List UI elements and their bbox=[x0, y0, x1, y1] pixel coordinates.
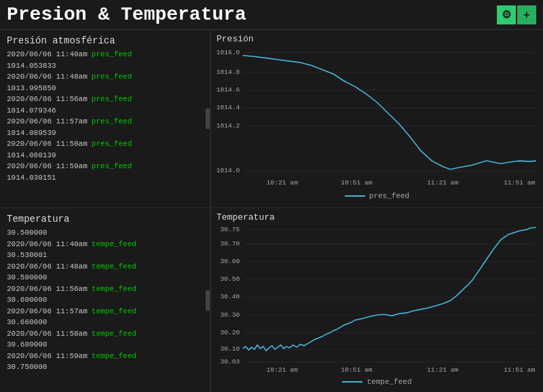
temperature-list-item: 2020/06/06 11:58am tempe_feed 30.680000 bbox=[7, 328, 203, 351]
temperature-list-item: 2020/06/06 11:59am tempe_feed 30.750000 bbox=[7, 351, 203, 373]
temperature-list-item: 2020/06/06 11:56am tempe_feed 30.600000 bbox=[7, 283, 203, 306]
pressure-list-item: 2020/06/06 11:58am pres_feed 1014.080139 bbox=[7, 138, 203, 161]
feed-date: 2020/06/06 11:59am bbox=[7, 351, 88, 362]
header-buttons: ⚙ + bbox=[497, 5, 536, 24]
feed-value: 1013.995850 bbox=[7, 83, 203, 94]
feed-value: 30.660000 bbox=[7, 317, 203, 328]
temperature-chart: 30.75 30.70 30.60 30.50 30.40 30.30 30.2… bbox=[217, 224, 538, 374]
main-content: Presión atmosférica 2020/06/06 11:40am p… bbox=[0, 30, 543, 388]
pressure-list-item: 2020/06/06 11:48am pres_feed 1013.995850 bbox=[7, 71, 203, 94]
feed-value: 30.680000 bbox=[7, 339, 203, 351]
feed-date: 2020/06/06 11:56am bbox=[7, 283, 88, 295]
add-button[interactable]: + bbox=[517, 5, 536, 24]
feed-date: 2020/06/06 11:56am bbox=[7, 94, 88, 105]
pressure-legend-label: pres_feed bbox=[369, 192, 409, 200]
temperature-chart-title: Temperatura bbox=[217, 212, 538, 222]
svg-text:1016.0: 1016.0 bbox=[217, 49, 240, 56]
svg-text:30.75: 30.75 bbox=[220, 226, 240, 233]
temperature-legend-line bbox=[342, 381, 362, 383]
feed-value: 1014.053833 bbox=[7, 60, 203, 72]
svg-text:1014.6: 1014.6 bbox=[217, 86, 240, 94]
pressure-chart-legend: pres_feed bbox=[217, 192, 538, 200]
svg-text:11:21 am: 11:21 am bbox=[427, 366, 459, 374]
feed-tag: tempe_feed bbox=[92, 351, 136, 362]
pressure-feed-list: 2020/06/06 11:40am pres_feed 1014.053833… bbox=[7, 49, 203, 183]
feed-date: 2020/06/06 11:48am bbox=[7, 261, 88, 273]
feed-value: 1014.080139 bbox=[7, 150, 203, 161]
feed-date: 2020/06/06 11:48am bbox=[7, 71, 88, 83]
temperature-chart-panel: Temperatura 30.75 30.70 30.60 30.50 30.4… bbox=[210, 208, 543, 392]
pressure-list-panel: Presión atmosférica 2020/06/06 11:40am p… bbox=[0, 30, 210, 208]
feed-date: 2020/06/06 11:57am bbox=[7, 116, 88, 128]
feed-value: 1014.079346 bbox=[7, 105, 203, 117]
temperature-list-item: 2020/06/06 11:40am tempe_feed 30.530001 bbox=[7, 239, 203, 261]
feed-value: 30.580000 bbox=[7, 272, 203, 283]
feed-value: 30.500000 bbox=[7, 227, 203, 239]
svg-text:30.60: 30.60 bbox=[220, 258, 240, 265]
feed-value: 30.600000 bbox=[7, 294, 203, 306]
feed-tag: tempe_feed bbox=[92, 283, 136, 295]
pressure-list-title: Presión atmosférica bbox=[7, 35, 203, 46]
temperature-chart-legend: tempe_feed bbox=[217, 378, 538, 386]
pressure-scrollbar[interactable] bbox=[206, 109, 210, 129]
feed-tag: tempe_feed bbox=[92, 239, 136, 250]
svg-text:1014.4: 1014.4 bbox=[217, 104, 240, 112]
page-title: Presion & Temperatura bbox=[7, 4, 246, 25]
svg-text:30.20: 30.20 bbox=[220, 329, 240, 336]
feed-value: 30.530001 bbox=[7, 250, 203, 261]
svg-text:11:51 am: 11:51 am bbox=[504, 366, 536, 374]
pressure-list-item: 2020/06/06 11:56am pres_feed 1014.079346 bbox=[7, 94, 203, 116]
feed-value: 30.750000 bbox=[7, 361, 203, 373]
pressure-legend-line bbox=[345, 195, 365, 197]
svg-text:30.70: 30.70 bbox=[220, 240, 240, 248]
svg-text:11:51 am: 11:51 am bbox=[504, 179, 536, 187]
temperature-scrollbar[interactable] bbox=[206, 290, 210, 311]
feed-date: 2020/06/06 11:58am bbox=[7, 328, 88, 340]
temperature-list-panel: Temperatura 30.500000 2020/06/06 11:40am… bbox=[0, 208, 210, 392]
pressure-chart-panel: Presión 1016.0 1014.8 1014.6 1014.4 1014… bbox=[210, 30, 543, 208]
temperature-list-title: Temperatura bbox=[7, 214, 203, 224]
feed-date: 2020/06/06 11:59am bbox=[7, 161, 88, 172]
svg-text:10:21 am: 10:21 am bbox=[267, 366, 299, 374]
feed-tag: tempe_feed bbox=[92, 328, 136, 340]
svg-text:30.03: 30.03 bbox=[220, 358, 240, 366]
feed-date: 2020/06/06 11:40am bbox=[7, 49, 88, 60]
feed-date: 2020/06/06 11:58am bbox=[7, 138, 88, 150]
svg-text:10:51 am: 10:51 am bbox=[341, 366, 373, 374]
svg-text:10:51 am: 10:51 am bbox=[341, 179, 373, 187]
feed-tag: pres_feed bbox=[92, 138, 132, 150]
feed-tag: tempe_feed bbox=[92, 306, 136, 317]
svg-text:10:21 am: 10:21 am bbox=[267, 179, 299, 187]
temperature-feed-list: 30.500000 2020/06/06 11:40am tempe_feed … bbox=[7, 227, 203, 373]
app-header: Presion & Temperatura ⚙ + bbox=[0, 0, 543, 30]
temperature-legend-label: tempe_feed bbox=[367, 378, 411, 386]
feed-date: 2020/06/06 11:40am bbox=[7, 239, 88, 250]
feed-tag: pres_feed bbox=[92, 71, 132, 83]
settings-button[interactable]: ⚙ bbox=[497, 5, 516, 24]
svg-text:11:21 am: 11:21 am bbox=[427, 179, 459, 187]
svg-text:30.10: 30.10 bbox=[220, 345, 240, 353]
svg-text:1014.0: 1014.0 bbox=[217, 167, 240, 174]
feed-tag: pres_feed bbox=[92, 161, 132, 172]
pressure-list-item: 2020/06/06 11:59am pres_feed 1014.030151 bbox=[7, 161, 203, 183]
feed-tag: pres_feed bbox=[92, 116, 132, 128]
svg-text:30.30: 30.30 bbox=[220, 311, 240, 319]
feed-date: 2020/06/06 11:57am bbox=[7, 306, 88, 317]
svg-text:30.40: 30.40 bbox=[220, 293, 240, 300]
svg-text:30.50: 30.50 bbox=[220, 275, 240, 283]
feed-value: 1014.089539 bbox=[7, 128, 203, 139]
feed-value: 1014.030151 bbox=[7, 172, 203, 184]
pressure-chart: 1016.0 1014.8 1014.6 1014.4 1014.2 1014.… bbox=[217, 45, 538, 188]
feed-tag: pres_feed bbox=[92, 49, 132, 60]
feed-tag: tempe_feed bbox=[92, 261, 136, 273]
pressure-list-item: 2020/06/06 11:40am pres_feed 1014.053833 bbox=[7, 49, 203, 71]
pressure-chart-title: Presión bbox=[217, 34, 538, 44]
svg-text:1014.8: 1014.8 bbox=[217, 68, 240, 76]
svg-text:1014.2: 1014.2 bbox=[217, 122, 240, 130]
feed-tag: pres_feed bbox=[92, 94, 132, 105]
temperature-list-item: 2020/06/06 11:57am tempe_feed 30.660000 bbox=[7, 306, 203, 328]
temperature-list-item: 2020/06/06 11:48am tempe_feed 30.580000 bbox=[7, 261, 203, 283]
pressure-list-item: 2020/06/06 11:57am pres_feed 1014.089539 bbox=[7, 116, 203, 138]
